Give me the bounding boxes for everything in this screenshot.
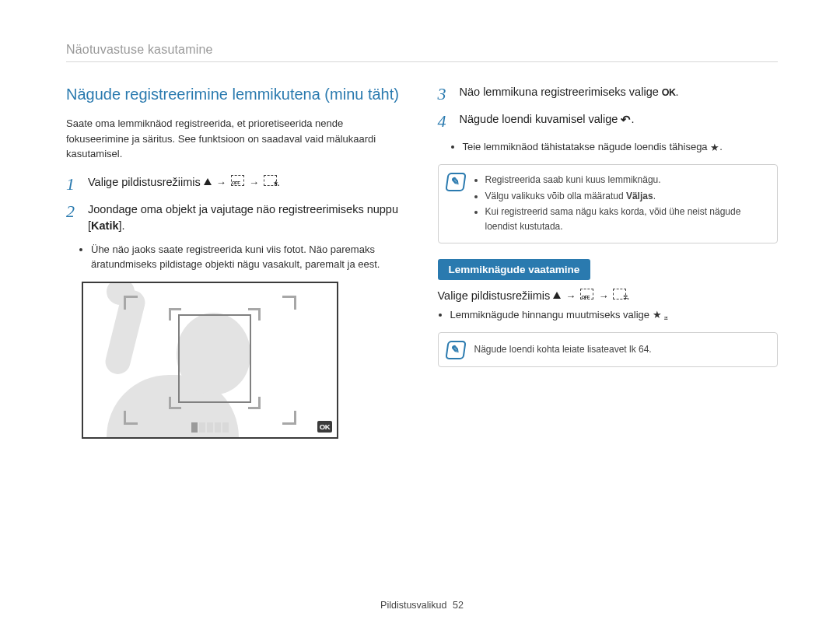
note-item: Kui registreerid sama nägu kaks korda, v… xyxy=(485,205,768,233)
face-list-icon xyxy=(613,289,626,299)
step1-text-prefix: Valige pildistusrežiimis xyxy=(88,176,204,188)
capture-progress-icon xyxy=(191,422,229,433)
af-bracket-icon xyxy=(124,411,138,425)
step3-suffix: . xyxy=(676,86,679,98)
instruction-bullets: Lemmiknägude hinnangu muutmiseks valige … xyxy=(438,307,779,323)
note-item: Registreerida saab kuni kuus lemmiknägu. xyxy=(485,173,768,187)
arrow-icon: → xyxy=(564,289,577,304)
page-footer: Pildistusvalikud 52 xyxy=(66,597,778,611)
right-column: 3 Näo lemmikuna registreerimiseks valige… xyxy=(438,84,779,597)
footer-label: Pildistusvalikud xyxy=(380,600,446,611)
step-1: 1 Valige pildistusrežiimis → → . xyxy=(66,174,407,194)
line-prefix: Valige pildistusrežiimis xyxy=(438,289,554,302)
step-body: Näo lemmikuna registreerimiseks valige O… xyxy=(460,84,779,103)
step-2: 2 Joondage oma objekt ja vajutage näo re… xyxy=(66,201,407,234)
face-frame-inner xyxy=(178,314,251,403)
page-number: 52 xyxy=(453,600,464,611)
face-star-icon xyxy=(264,175,277,186)
step2-bullets: Ühe näo jaoks saate registreerida kuni v… xyxy=(66,242,407,272)
header-divider xyxy=(66,61,778,62)
up-icon xyxy=(204,178,212,185)
section-heading: Nägude registreerimine lemmikutena (minu… xyxy=(66,84,407,105)
note-box: ✎ Registreerida saab kuni kuus lemmiknäg… xyxy=(438,164,779,243)
bullet-item: Ühe näo jaoks saate registreerida kuni v… xyxy=(91,242,407,272)
step-body: Valige pildistusrežiimis → → . xyxy=(88,174,407,194)
step4-prefix: Nägude loendi kuvamisel valige xyxy=(460,113,621,125)
step4-bullet-suffix: . xyxy=(719,141,723,152)
camera-preview-illustration: OK xyxy=(82,282,338,439)
intro-paragraph: Saate oma lemmiknäod registreerida, et p… xyxy=(66,116,407,162)
step2-text: Joondage oma objekt ja vajutage näo regi… xyxy=(88,203,398,232)
step-number: 3 xyxy=(438,84,452,103)
af-bracket-icon xyxy=(282,296,296,310)
star-list-icon: ★ xyxy=(653,307,665,323)
step4-bullet-prefix: Teie lemmiknäod tähistatakse nägude loen… xyxy=(463,141,711,152)
star-icon: ★ xyxy=(710,142,719,153)
page-header-title: Näotuvastuse kasutamine xyxy=(66,43,778,57)
note-icon: ✎ xyxy=(445,341,466,359)
face-detect-off-icon xyxy=(580,289,593,299)
step4-suffix: . xyxy=(631,113,634,125)
face-detect-off-icon xyxy=(231,175,244,186)
step-number: 4 xyxy=(438,111,452,131)
step3-prefix: Näo lemmikuna registreerimiseks valige xyxy=(460,86,662,98)
af-bracket-icon xyxy=(124,296,138,310)
step-4: 4 Nägude loendi kuvamisel valige ↶. xyxy=(438,111,779,131)
back-icon: ↶ xyxy=(621,111,631,128)
bullet-item: Teie lemmiknäod tähistatakse nägude loen… xyxy=(463,139,779,156)
content-columns: Nägude registreerimine lemmikutena (minu… xyxy=(66,84,778,597)
bullet-item: Lemmiknägude hinnangu muutmiseks valige … xyxy=(450,307,779,323)
arrow-icon: → xyxy=(597,289,610,304)
note-text: Nägude loendi kohta leiate lisateavet lk… xyxy=(474,344,652,355)
step-body: Joondage oma objekt ja vajutage näo regi… xyxy=(88,201,407,234)
step-number: 2 xyxy=(66,201,80,234)
instruction-line: Valige pildistusrežiimis → → . xyxy=(438,288,779,304)
note-list: Registreerida saab kuni kuus lemmiknägu.… xyxy=(474,173,768,233)
step-body: Nägude loendi kuvamisel valige ↶. xyxy=(460,111,779,131)
af-bracket-icon xyxy=(282,411,296,425)
note-item: Välgu valikuks võib olla määratud Väljas… xyxy=(485,189,768,204)
step2-bold: Katik xyxy=(91,219,118,232)
subsection-heading: Lemmiknägude vaatamine xyxy=(438,259,591,280)
arrow-icon: → xyxy=(247,176,261,191)
note-icon: ✎ xyxy=(445,173,466,191)
step-number: 1 xyxy=(66,174,80,194)
ok-indicator: OK xyxy=(317,421,332,433)
left-column: Nägude registreerimine lemmikutena (minu… xyxy=(66,84,407,597)
up-icon xyxy=(553,292,561,299)
page: Näotuvastuse kasutamine Nägude registree… xyxy=(0,0,840,634)
note-box: ✎ Nägude loendi kohta leiate lisateavet … xyxy=(438,332,779,367)
step2-end: ]. xyxy=(119,219,125,232)
line-bullet-prefix: Lemmiknägude hinnangu muutmiseks valige xyxy=(450,309,653,321)
ok-icon: OK xyxy=(662,86,676,100)
step-3: 3 Näo lemmikuna registreerimiseks valige… xyxy=(438,84,779,103)
step4-bullets: Teie lemmiknäod tähistatakse nägude loen… xyxy=(438,139,779,156)
arrow-icon: → xyxy=(215,176,228,191)
